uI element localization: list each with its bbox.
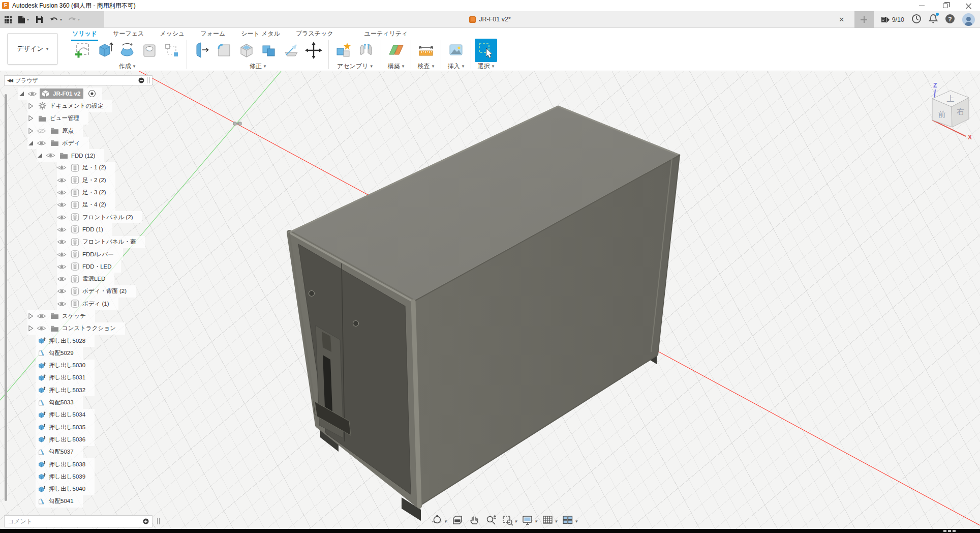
- user-avatar[interactable]: [962, 13, 975, 26]
- workspace-selector[interactable]: デザイン: [7, 33, 58, 65]
- tree-row[interactable]: 押し出し5036: [36, 433, 95, 446]
- visibility-eye-icon[interactable]: [27, 91, 37, 97]
- tree-row[interactable]: 足・1 (2): [57, 162, 115, 174]
- visibility-eye-icon[interactable]: [57, 226, 67, 233]
- inspect-group-label[interactable]: 検査: [415, 62, 437, 70]
- tree-row[interactable]: 足・3 (2): [57, 186, 115, 198]
- browser-scrollbar[interactable]: [5, 94, 7, 501]
- pan-button[interactable]: [467, 513, 482, 527]
- visibility-eye-icon[interactable]: [37, 313, 46, 319]
- visibility-eye-icon[interactable]: [57, 263, 67, 270]
- visibility-eye-icon[interactable]: [57, 251, 67, 258]
- visibility-eye-icon[interactable]: [57, 288, 67, 294]
- tree-row[interactable]: FDD (12): [37, 149, 104, 161]
- add-comment-button[interactable]: [143, 518, 149, 524]
- visibility-eye-icon[interactable]: [57, 239, 67, 245]
- hole-button[interactable]: [138, 39, 161, 62]
- insert-canvas-button[interactable]: [445, 39, 467, 62]
- fillet-button[interactable]: [213, 39, 235, 62]
- new-component-button[interactable]: [332, 39, 355, 62]
- tree-row[interactable]: 押し出し5032: [36, 384, 95, 396]
- tree-row[interactable]: コンストラクション: [27, 322, 125, 335]
- combine-button[interactable]: [258, 39, 280, 62]
- notifications-button[interactable]: [929, 14, 938, 26]
- visibility-eye-icon[interactable]: [57, 276, 67, 282]
- restore-button[interactable]: [933, 0, 957, 11]
- display-caret-icon[interactable]: [535, 516, 537, 525]
- job-status-badge[interactable]: 9/10: [881, 16, 904, 24]
- tree-row[interactable]: 押し出し5031: [36, 372, 95, 384]
- tree-row[interactable]: 足・4 (2): [57, 199, 115, 211]
- tree-row[interactable]: 押し出し5035: [36, 421, 95, 433]
- visibility-eye-icon[interactable]: [57, 164, 67, 171]
- expander-icon[interactable]: [27, 325, 34, 332]
- ribbon-tab-1[interactable]: サーフェス: [112, 29, 145, 40]
- save-button[interactable]: [36, 16, 43, 23]
- tree-row[interactable]: FDD・LED: [57, 260, 121, 273]
- tree-row[interactable]: 勾配5041: [36, 495, 83, 508]
- tree-row[interactable]: 押し出し5034: [36, 409, 95, 421]
- viewports-button[interactable]: [560, 513, 579, 527]
- create-sketch-button[interactable]: [71, 39, 94, 62]
- undo-button[interactable]: [50, 16, 58, 23]
- tree-row[interactable]: ドキュメントの設定: [27, 100, 112, 112]
- construction-plane-button[interactable]: [385, 39, 407, 62]
- viewports-caret-icon[interactable]: [575, 516, 577, 525]
- minimize-button[interactable]: [910, 0, 933, 11]
- zoom-window-caret-icon[interactable]: [515, 516, 517, 525]
- browser-panel-header[interactable]: ◀◀ ブラウザ: [4, 75, 152, 85]
- tree-row[interactable]: FDD/レバー: [57, 248, 123, 260]
- expander-icon[interactable]: [27, 115, 34, 122]
- modify-group-label[interactable]: 修正: [191, 62, 325, 70]
- help-button[interactable]: ?: [945, 14, 955, 26]
- visibility-eye-icon[interactable]: [37, 128, 46, 134]
- visibility-eye-icon[interactable]: [37, 140, 46, 146]
- activate-radio-icon[interactable]: [88, 90, 96, 98]
- tree-row[interactable]: 原点: [27, 125, 83, 137]
- tree-row[interactable]: 勾配5033: [36, 396, 83, 408]
- tree-row[interactable]: フロントパネル・蓋: [57, 236, 145, 248]
- tree-row[interactable]: ビュー管理: [27, 112, 88, 125]
- tree-row[interactable]: スケッチ: [27, 310, 95, 322]
- visibility-eye-icon[interactable]: [57, 301, 67, 307]
- tree-row[interactable]: 押し出し5038: [36, 458, 95, 470]
- model-jr-f01[interactable]: [0, 71, 980, 529]
- document-tab[interactable]: JR-F01 v2*: [0, 11, 980, 27]
- tree-row[interactable]: 電源LED: [57, 273, 114, 285]
- select-group-label[interactable]: 選択: [475, 62, 497, 70]
- ribbon-tab-2[interactable]: メッシュ: [159, 29, 186, 40]
- comment-panel[interactable]: コメント: [4, 515, 152, 527]
- ribbon-tab-6[interactable]: ユーティリティ: [363, 29, 409, 40]
- file-menu-button[interactable]: [18, 15, 25, 24]
- pattern-button[interactable]: [161, 39, 183, 62]
- tree-row[interactable]: 押し出し5030: [36, 360, 95, 372]
- extrude-button[interactable]: [94, 39, 116, 62]
- look-at-button[interactable]: [450, 513, 465, 527]
- visibility-eye-icon[interactable]: [57, 201, 67, 208]
- visibility-eye-icon[interactable]: [37, 325, 46, 332]
- tree-row[interactable]: ボディ (1): [57, 298, 118, 310]
- viewcube[interactable]: Z X 上 前 右: [921, 80, 977, 141]
- tree-row[interactable]: 勾配5037: [36, 446, 83, 458]
- move-button[interactable]: [302, 39, 325, 62]
- undo-caret-icon[interactable]: ▾: [60, 17, 62, 22]
- split-body-button[interactable]: [280, 39, 302, 62]
- joint-button[interactable]: [355, 39, 377, 62]
- new-document-tab-button[interactable]: [854, 11, 874, 28]
- press-pull-button[interactable]: [191, 39, 213, 62]
- expander-icon[interactable]: [37, 152, 43, 159]
- visibility-eye-icon[interactable]: [57, 214, 67, 221]
- measure-button[interactable]: [415, 39, 437, 62]
- expander-icon[interactable]: [18, 91, 25, 97]
- tree-row[interactable]: 押し出し5040: [36, 483, 95, 495]
- orbit-caret-icon[interactable]: [444, 516, 447, 525]
- shell-button[interactable]: [235, 39, 258, 62]
- insert-group-label[interactable]: 挿入: [445, 62, 467, 70]
- orbit-button[interactable]: [430, 513, 448, 527]
- tree-row[interactable]: 足・2 (2): [57, 174, 115, 186]
- redo-button[interactable]: [68, 16, 76, 23]
- grid-caret-icon[interactable]: [555, 516, 558, 525]
- zoom-button[interactable]: [483, 513, 499, 527]
- history-clock-button[interactable]: [911, 14, 922, 26]
- expander-icon[interactable]: [27, 140, 34, 146]
